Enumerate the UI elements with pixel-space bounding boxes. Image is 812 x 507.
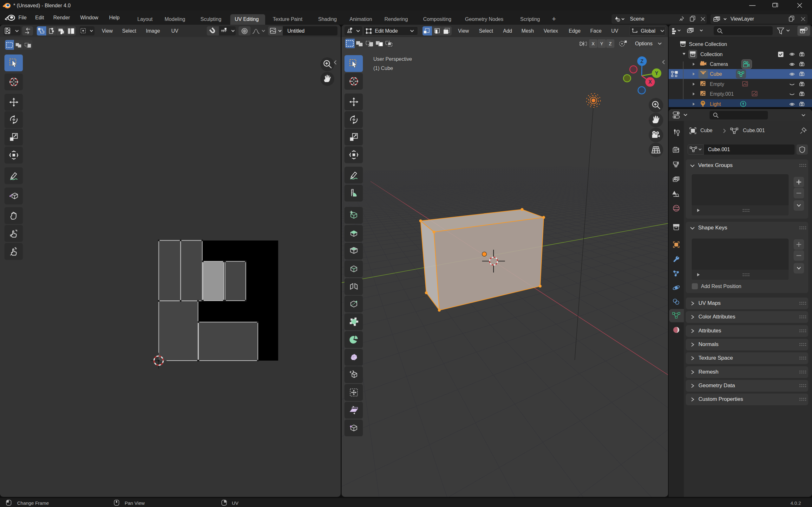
svg-text:Empty: Empty [710,81,724,87]
svg-text:Collection: Collection [700,52,722,57]
svg-text:Camera: Camera [710,61,728,67]
svg-text:Light: Light [710,101,721,107]
svg-text:Cube: Cube [710,71,722,77]
svg-text:Scene Collection: Scene Collection [689,42,727,47]
svg-text:Empty.001: Empty.001 [710,91,734,97]
svg-text:Z: Z [641,59,644,64]
